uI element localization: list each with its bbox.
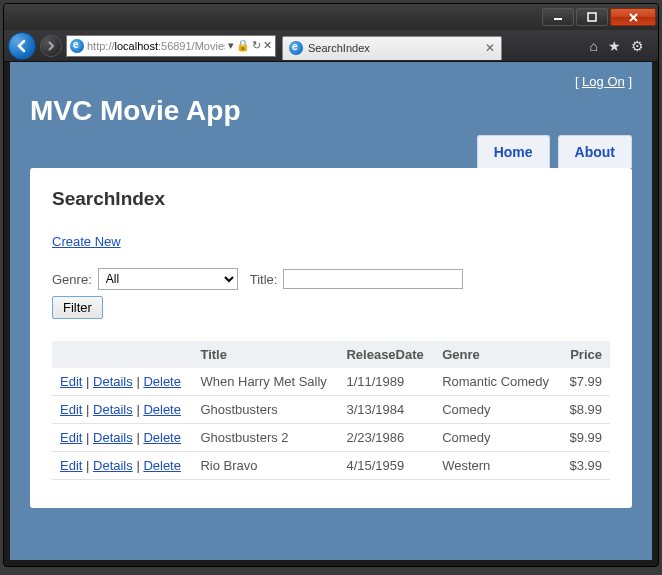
col-release: ReleaseDate <box>338 341 434 368</box>
cell-release: 3/13/1984 <box>338 396 434 424</box>
forward-button[interactable] <box>40 35 62 57</box>
ie-icon <box>70 39 84 53</box>
tab-strip: SearchIndex ✕ <box>282 32 576 60</box>
arrow-right-icon <box>46 41 56 51</box>
page-heading: SearchIndex <box>52 188 610 210</box>
table-row: Edit | Details | DeleteWhen Harry Met Sa… <box>52 368 610 396</box>
titlebar <box>4 4 658 30</box>
cell-genre: Comedy <box>434 396 560 424</box>
tab-title: SearchIndex <box>308 42 480 54</box>
cell-genre: Comedy <box>434 424 560 452</box>
stop-icon[interactable]: ✕ <box>263 39 272 52</box>
col-actions <box>52 341 192 368</box>
cell-price: $8.99 <box>560 396 610 424</box>
row-actions: Edit | Details | Delete <box>52 368 192 396</box>
details-link[interactable]: Details <box>93 458 133 473</box>
logon-link[interactable]: Log On <box>582 74 625 89</box>
close-button[interactable] <box>610 8 656 26</box>
table-row: Edit | Details | DeleteRio Bravo4/15/195… <box>52 452 610 480</box>
row-actions: Edit | Details | Delete <box>52 424 192 452</box>
cell-title: Ghostbusters 2 <box>192 424 338 452</box>
cell-title: When Harry Met Sally <box>192 368 338 396</box>
search-dropdown-icon[interactable]: ▾ <box>228 39 234 52</box>
home-icon[interactable]: ⌂ <box>590 38 598 54</box>
genre-select[interactable]: All <box>98 268 238 290</box>
browser-toolbar: http://localhost:56891/Movies/Se ▾ 🔒 ↻ ✕… <box>4 30 658 62</box>
filter-button[interactable]: Filter <box>52 296 103 319</box>
edit-link[interactable]: Edit <box>60 430 82 445</box>
address-bar[interactable]: http://localhost:56891/Movies/Se ▾ 🔒 ↻ ✕ <box>66 35 276 57</box>
title-input[interactable] <box>283 269 463 289</box>
settings-icon[interactable]: ⚙ <box>631 38 644 54</box>
cell-release: 2/23/1986 <box>338 424 434 452</box>
refresh-icon[interactable]: ↻ <box>252 39 261 52</box>
cell-title: Ghostbusters <box>192 396 338 424</box>
edit-link[interactable]: Edit <box>60 458 82 473</box>
title-label: Title: <box>250 272 278 287</box>
logon-area: [ Log On ] <box>30 74 632 89</box>
details-link[interactable]: Details <box>93 402 133 417</box>
maximize-button[interactable] <box>576 8 608 26</box>
close-icon <box>628 12 639 23</box>
table-row: Edit | Details | DeleteGhostbusters3/13/… <box>52 396 610 424</box>
cell-release: 4/15/1959 <box>338 452 434 480</box>
edit-link[interactable]: Edit <box>60 402 82 417</box>
minimize-button[interactable] <box>542 8 574 26</box>
browser-tab[interactable]: SearchIndex ✕ <box>282 36 502 60</box>
genre-label: Genre: <box>52 272 92 287</box>
page-viewport: [ Log On ] MVC Movie App Home About Sear… <box>10 62 652 560</box>
nav-tabs: Home About <box>30 135 632 168</box>
table-row: Edit | Details | DeleteGhostbusters 22/2… <box>52 424 610 452</box>
cell-price: $9.99 <box>560 424 610 452</box>
create-new-link[interactable]: Create New <box>52 234 121 249</box>
cell-genre: Western <box>434 452 560 480</box>
cell-price: $3.99 <box>560 452 610 480</box>
nav-home[interactable]: Home <box>477 135 550 168</box>
cell-genre: Romantic Comedy <box>434 368 560 396</box>
window-frame: http://localhost:56891/Movies/Se ▾ 🔒 ↻ ✕… <box>3 3 659 567</box>
details-link[interactable]: Details <box>93 374 133 389</box>
minimize-icon <box>553 12 563 22</box>
delete-link[interactable]: Delete <box>143 402 181 417</box>
filter-row: Genre: All Title: <box>52 268 610 290</box>
row-actions: Edit | Details | Delete <box>52 396 192 424</box>
tab-close-icon[interactable]: ✕ <box>485 41 495 55</box>
arrow-left-icon <box>15 39 29 53</box>
cell-price: $7.99 <box>560 368 610 396</box>
cell-title: Rio Bravo <box>192 452 338 480</box>
content-card: SearchIndex Create New Genre: All Title:… <box>30 168 632 508</box>
col-price: Price <box>560 341 610 368</box>
favorites-icon[interactable]: ★ <box>608 38 621 54</box>
svg-rect-1 <box>588 13 596 21</box>
row-actions: Edit | Details | Delete <box>52 452 192 480</box>
delete-link[interactable]: Delete <box>143 430 181 445</box>
col-title: Title <box>192 341 338 368</box>
chrome-buttons: ⌂ ★ ⚙ <box>580 38 654 54</box>
back-button[interactable] <box>8 32 36 60</box>
url-text: http://localhost:56891/Movies/Se <box>87 40 225 52</box>
delete-link[interactable]: Delete <box>143 374 181 389</box>
lock-icon[interactable]: 🔒 <box>236 39 250 52</box>
col-genre: Genre <box>434 341 560 368</box>
maximize-icon <box>587 12 597 22</box>
app-title: MVC Movie App <box>30 95 632 127</box>
delete-link[interactable]: Delete <box>143 458 181 473</box>
ie-icon <box>289 41 303 55</box>
page-body: [ Log On ] MVC Movie App Home About Sear… <box>10 62 652 528</box>
edit-link[interactable]: Edit <box>60 374 82 389</box>
movies-table: Title ReleaseDate Genre Price Edit | Det… <box>52 341 610 480</box>
cell-release: 1/11/1989 <box>338 368 434 396</box>
details-link[interactable]: Details <box>93 430 133 445</box>
nav-about[interactable]: About <box>558 135 632 168</box>
table-header-row: Title ReleaseDate Genre Price <box>52 341 610 368</box>
